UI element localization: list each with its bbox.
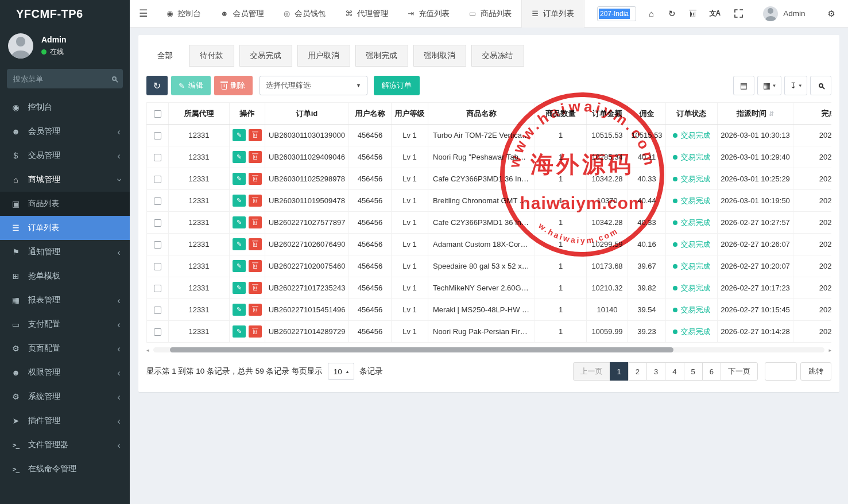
- menu-search-input[interactable]: [13, 75, 99, 83]
- row-delete-button[interactable]: [249, 260, 262, 272]
- row-checkbox[interactable]: [154, 197, 161, 205]
- sidebar-item-mall[interactable]: ⌂商城管理‹: [0, 168, 130, 192]
- edit-button[interactable]: ✎编辑: [171, 76, 211, 95]
- row-checkbox[interactable]: [154, 241, 161, 249]
- scrollbar-track[interactable]: [153, 347, 824, 352]
- row-delete-button[interactable]: [249, 195, 262, 207]
- page-button-4[interactable]: 4: [665, 362, 684, 381]
- page-button-1[interactable]: 1: [610, 362, 629, 381]
- sidebar-item-members[interactable]: ☻会员管理‹: [0, 119, 130, 144]
- sidebar-item-reports[interactable]: ▦报表管理‹: [0, 288, 130, 312]
- sidebar-item-online-command[interactable]: >_在线命令管理: [0, 457, 130, 481]
- page-button-5[interactable]: 5: [684, 362, 703, 381]
- row-checkbox[interactable]: [154, 263, 161, 270]
- row-delete-button[interactable]: [249, 216, 262, 228]
- user-menu[interactable]: Admin: [763, 6, 805, 21]
- filter-tab-user-cancel[interactable]: 用户取消: [297, 45, 350, 67]
- col-agent[interactable]: 所属代理: [169, 103, 230, 125]
- detail-view-button[interactable]: ▤: [733, 76, 754, 95]
- row-edit-button[interactable]: ✎: [233, 195, 246, 207]
- search-icon[interactable]: [112, 76, 117, 81]
- next-page-button[interactable]: 下一页: [721, 362, 758, 381]
- tab-product-list[interactable]: ▭商品列表: [459, 0, 521, 28]
- filter-tab-completed[interactable]: 交易完成: [239, 45, 292, 67]
- row-delete-button[interactable]: [249, 173, 262, 185]
- refresh-button[interactable]: ↻: [146, 76, 168, 95]
- export-button[interactable]: ↧▾: [784, 76, 807, 95]
- row-delete-button[interactable]: [249, 325, 262, 338]
- delete-button[interactable]: 删除: [214, 76, 253, 95]
- row-edit-button[interactable]: ✎: [233, 325, 246, 338]
- col-commission[interactable]: 佣金: [628, 103, 666, 125]
- row-checkbox[interactable]: [154, 132, 161, 139]
- sidebar-item-system[interactable]: ⚙系统管理‹: [0, 385, 130, 409]
- sidebar-item-product-list[interactable]: ▣商品列表: [0, 192, 130, 216]
- sidebar-item-page-config[interactable]: ⚙页面配置‹: [0, 336, 130, 360]
- sidebar-toggle-icon[interactable]: ☰: [130, 7, 157, 20]
- page-button-2[interactable]: 2: [628, 362, 647, 381]
- scroll-left-icon[interactable]: ◂: [146, 347, 149, 353]
- row-edit-button[interactable]: ✎: [233, 151, 246, 163]
- translate-icon[interactable]: 文A: [710, 9, 721, 18]
- row-edit-button[interactable]: ✎: [233, 173, 246, 185]
- col-order-id[interactable]: 订单id: [265, 103, 349, 125]
- row-edit-button[interactable]: ✎: [233, 282, 246, 294]
- row-delete-button[interactable]: [249, 129, 262, 141]
- sort-icon[interactable]: ⇵: [769, 110, 774, 117]
- trash-icon[interactable]: [690, 10, 695, 17]
- sidebar-item-trades[interactable]: $交易管理‹: [0, 144, 130, 168]
- row-edit-button[interactable]: ✎: [233, 260, 246, 272]
- scrollbar-thumb[interactable]: [170, 347, 673, 352]
- page-button-3[interactable]: 3: [646, 362, 665, 381]
- sidebar-item-permissions[interactable]: ☻权限管理‹: [0, 360, 130, 385]
- row-checkbox[interactable]: [154, 285, 161, 292]
- row-edit-button[interactable]: ✎: [233, 216, 246, 228]
- tab-members[interactable]: ☻会员管理: [211, 0, 274, 28]
- row-delete-button[interactable]: [249, 304, 262, 316]
- col-assigned-time[interactable]: 指派时间⇵: [718, 103, 793, 125]
- col-quantity[interactable]: 商品数量: [535, 103, 587, 125]
- sidebar-item-file-manager[interactable]: >_文件管理器‹: [0, 433, 130, 457]
- filter-tab-frozen[interactable]: 交易冻结: [471, 45, 524, 67]
- gear-icon[interactable]: ⚙: [828, 9, 835, 19]
- col-username[interactable]: 用户名称: [349, 103, 392, 125]
- sidebar-item-notifications[interactable]: ⚑通知管理‹: [0, 240, 130, 264]
- jump-button[interactable]: 跳转: [800, 362, 831, 381]
- filter-tab-force-complete[interactable]: 强制完成: [355, 45, 408, 67]
- sidebar-item-dashboard[interactable]: ◉控制台: [0, 95, 130, 119]
- home-icon[interactable]: ⌂: [649, 9, 654, 18]
- tab-order-list[interactable]: ☰订单列表: [521, 0, 584, 28]
- refresh-icon[interactable]: ↻: [668, 9, 676, 19]
- sidebar-item-grab-template[interactable]: ⊞抢单模板: [0, 264, 130, 288]
- select-all-checkbox[interactable]: [154, 110, 161, 118]
- col-user-level[interactable]: 用户等级: [392, 103, 428, 125]
- row-delete-button[interactable]: [249, 238, 262, 250]
- row-edit-button[interactable]: ✎: [233, 238, 246, 250]
- row-checkbox[interactable]: [154, 154, 161, 161]
- filter-tab-all[interactable]: 全部: [146, 45, 184, 67]
- filter-tab-pending[interactable]: 待付款: [189, 45, 234, 67]
- filter-tab-force-cancel[interactable]: 强制取消: [413, 45, 466, 67]
- prev-page-button[interactable]: 上一页: [573, 362, 610, 381]
- row-checkbox[interactable]: [154, 307, 161, 314]
- col-completed-time[interactable]: 完成时间: [793, 103, 832, 125]
- fullscreen-icon[interactable]: [734, 9, 743, 18]
- search-toggle-button[interactable]: [810, 76, 831, 95]
- sidebar-item-plugins[interactable]: ➤插件管理‹: [0, 409, 130, 433]
- row-delete-button[interactable]: [249, 282, 262, 294]
- col-amount[interactable]: 订单金额: [587, 103, 628, 125]
- col-status[interactable]: 订单状态: [666, 103, 718, 125]
- agent-filter-select[interactable]: 选择代理筛选▼: [260, 76, 367, 95]
- scroll-right-icon[interactable]: ▸: [828, 347, 831, 353]
- page-button-6[interactable]: 6: [702, 362, 721, 381]
- columns-button[interactable]: ▦▾: [757, 76, 781, 95]
- row-edit-button[interactable]: ✎: [233, 304, 246, 316]
- row-checkbox[interactable]: [154, 219, 161, 227]
- unfreeze-order-button[interactable]: 解冻订单: [374, 76, 420, 95]
- tab-recharge-list[interactable]: ⇥充值列表: [398, 0, 459, 28]
- page-size-select[interactable]: 10▴: [328, 363, 355, 380]
- tab-agents[interactable]: ⌘代理管理: [335, 0, 398, 28]
- col-product-name[interactable]: 商品名称: [428, 103, 535, 125]
- jump-page-input[interactable]: [765, 362, 797, 381]
- row-checkbox[interactable]: [154, 176, 161, 183]
